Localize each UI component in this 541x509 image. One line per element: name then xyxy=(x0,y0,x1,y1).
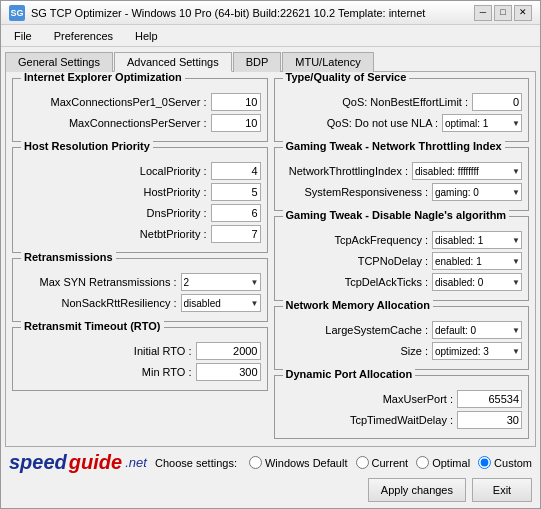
max-syn-select[interactable]: 234 xyxy=(181,273,261,291)
rto-group: Retransmit Timeout (RTO) Initial RTO : M… xyxy=(12,327,268,391)
system-responsiveness-select-wrapper: gaming: 0default: 20 ▼ xyxy=(432,183,522,201)
large-system-cache-select-wrapper: default: 0enabled: 1 ▼ xyxy=(432,321,522,339)
radio-windows-default-input[interactable] xyxy=(249,456,262,469)
menu-file[interactable]: File xyxy=(5,27,41,45)
port-group: Dynamic Port Allocation MaxUserPort : Tc… xyxy=(274,375,530,439)
netbt-priority-label: NetbtPriority : xyxy=(19,228,207,240)
menu-help[interactable]: Help xyxy=(126,27,167,45)
tcp-timed-wait-input[interactable] xyxy=(457,411,522,429)
initial-rto-label: Initial RTO : xyxy=(19,345,192,357)
tcp-del-ack-label: TcpDelAckTicks : xyxy=(281,276,429,288)
radio-custom-input[interactable] xyxy=(478,456,491,469)
window-controls: ─ □ ✕ xyxy=(474,5,532,21)
initial-rto-row: Initial RTO : xyxy=(19,342,261,360)
max-syn-row: Max SYN Retransmissions : 234 ▼ xyxy=(19,273,261,291)
action-row: Apply changes Exit xyxy=(1,476,540,508)
logo-guide: guide xyxy=(69,451,122,474)
left-column: Internet Explorer Optimization MaxConnec… xyxy=(12,78,268,440)
right-column: Type/Quality of Service QoS: NonBestEffo… xyxy=(274,78,530,440)
qos-best-effort-label: QoS: NonBestEffortLimit : xyxy=(281,96,469,108)
max-connections-per-1-input[interactable] xyxy=(211,93,261,111)
rto-title: Retransmit Timeout (RTO) xyxy=(21,320,164,332)
qos-group: Type/Quality of Service QoS: NonBestEffo… xyxy=(274,78,530,142)
tcp-ack-freq-row: TcpAckFrequency : disabled: 1enabled: 2 … xyxy=(281,231,523,249)
menu-preferences[interactable]: Preferences xyxy=(45,27,122,45)
qos-best-effort-row: QoS: NonBestEffortLimit : xyxy=(281,93,523,111)
min-rto-input[interactable] xyxy=(196,363,261,381)
max-syn-select-wrapper: 234 ▼ xyxy=(181,273,261,291)
initial-rto-input[interactable] xyxy=(196,342,261,360)
qos-nla-select[interactable]: optimal: 1disabled: 0 xyxy=(442,114,522,132)
tcp-no-delay-select[interactable]: enabled: 1disabled: 0 xyxy=(432,252,522,270)
radio-current-label: Current xyxy=(372,457,409,469)
large-system-cache-select[interactable]: default: 0enabled: 1 xyxy=(432,321,522,339)
system-responsiveness-select[interactable]: gaming: 0default: 20 xyxy=(432,183,522,201)
close-button[interactable]: ✕ xyxy=(514,5,532,21)
local-priority-input[interactable] xyxy=(211,162,261,180)
host-priority-input[interactable] xyxy=(211,183,261,201)
retransmissions-group: Retransmissions Max SYN Retransmissions … xyxy=(12,258,268,322)
max-connections-per-server-input[interactable] xyxy=(211,114,261,132)
max-connections-per-1-row: MaxConnectionsPer1_0Server : xyxy=(19,93,261,111)
tabs-bar: General Settings Advanced Settings BDP M… xyxy=(1,47,540,71)
throttling-index-select[interactable]: disabled: ffffffffenabled xyxy=(412,162,522,180)
large-system-cache-row: LargeSystemCache : default: 0enabled: 1 … xyxy=(281,321,523,339)
dns-priority-input[interactable] xyxy=(211,204,261,222)
non-sack-select-wrapper: disabledenabled ▼ xyxy=(181,294,261,312)
memory-group: Network Memory Allocation LargeSystemCac… xyxy=(274,306,530,370)
maximize-button[interactable]: □ xyxy=(494,5,512,21)
memory-title: Network Memory Allocation xyxy=(283,299,433,311)
min-rto-label: Min RTO : xyxy=(19,366,192,378)
radio-optimal-input[interactable] xyxy=(416,456,429,469)
exit-button[interactable]: Exit xyxy=(472,478,532,502)
local-priority-label: LocalPriority : xyxy=(19,165,207,177)
non-sack-select[interactable]: disabledenabled xyxy=(181,294,261,312)
throttling-index-select-wrapper: disabled: ffffffffenabled ▼ xyxy=(412,162,522,180)
large-system-cache-label: LargeSystemCache : xyxy=(281,324,429,336)
bottom-section: speed guide .net Choose settings: Window… xyxy=(1,447,540,476)
qos-best-effort-input[interactable] xyxy=(472,93,522,111)
min-rto-row: Min RTO : xyxy=(19,363,261,381)
size-select[interactable]: optimized: 3default: 1 xyxy=(432,342,522,360)
max-user-port-input[interactable] xyxy=(457,390,522,408)
dns-priority-row: DnsPriority : xyxy=(19,204,261,222)
netbt-priority-row: NetbtPriority : xyxy=(19,225,261,243)
qos-nla-select-wrapper: optimal: 1disabled: 0 ▼ xyxy=(442,114,522,132)
system-responsiveness-row: SystemResponsiveness : gaming: 0default:… xyxy=(281,183,523,201)
radio-optimal-label: Optimal xyxy=(432,457,470,469)
retransmissions-title: Retransmissions xyxy=(21,251,116,263)
tcp-ack-freq-select[interactable]: disabled: 1enabled: 2 xyxy=(432,231,522,249)
minimize-button[interactable]: ─ xyxy=(474,5,492,21)
qos-nla-label: QoS: Do not use NLA : xyxy=(281,117,439,129)
tcp-timed-wait-row: TcpTimedWaitDelay : xyxy=(281,411,523,429)
radio-row: Choose settings: Windows Default Current… xyxy=(155,456,532,469)
tab-mtu-latency[interactable]: MTU/Latency xyxy=(282,52,373,72)
local-priority-row: LocalPriority : xyxy=(19,162,261,180)
radio-current-input[interactable] xyxy=(356,456,369,469)
tab-advanced-settings[interactable]: Advanced Settings xyxy=(114,52,232,72)
max-user-port-row: MaxUserPort : xyxy=(281,390,523,408)
qos-nla-row: QoS: Do not use NLA : optimal: 1disabled… xyxy=(281,114,523,132)
host-resolution-title: Host Resolution Priority xyxy=(21,140,153,152)
tcp-ack-freq-label: TcpAckFrequency : xyxy=(281,234,429,246)
main-window: SG SG TCP Optimizer - Windows 10 Pro (64… xyxy=(0,0,541,509)
system-responsiveness-label: SystemResponsiveness : xyxy=(281,186,429,198)
radio-current[interactable]: Current xyxy=(356,456,409,469)
size-row: Size : optimized: 3default: 1 ▼ xyxy=(281,342,523,360)
nagle-group: Gaming Tweak - Disable Nagle's algorithm… xyxy=(274,216,530,301)
tab-general-settings[interactable]: General Settings xyxy=(5,52,113,72)
tcp-no-delay-select-wrapper: enabled: 1disabled: 0 ▼ xyxy=(432,252,522,270)
apply-changes-button[interactable]: Apply changes xyxy=(368,478,466,502)
netbt-priority-input[interactable] xyxy=(211,225,261,243)
radio-custom[interactable]: Custom xyxy=(478,456,532,469)
max-connections-per-server-row: MaxConnectionsPerServer : xyxy=(19,114,261,132)
tcp-timed-wait-label: TcpTimedWaitDelay : xyxy=(281,414,454,426)
max-syn-label: Max SYN Retransmissions : xyxy=(19,276,177,288)
internet-explorer-title: Internet Explorer Optimization xyxy=(21,71,185,83)
radio-optimal[interactable]: Optimal xyxy=(416,456,470,469)
radio-windows-default[interactable]: Windows Default xyxy=(249,456,348,469)
host-priority-row: HostPriority : xyxy=(19,183,261,201)
tcp-del-ack-select[interactable]: disabled: 0default: 2 xyxy=(432,273,522,291)
max-user-port-label: MaxUserPort : xyxy=(281,393,454,405)
tab-bdp[interactable]: BDP xyxy=(233,52,282,72)
